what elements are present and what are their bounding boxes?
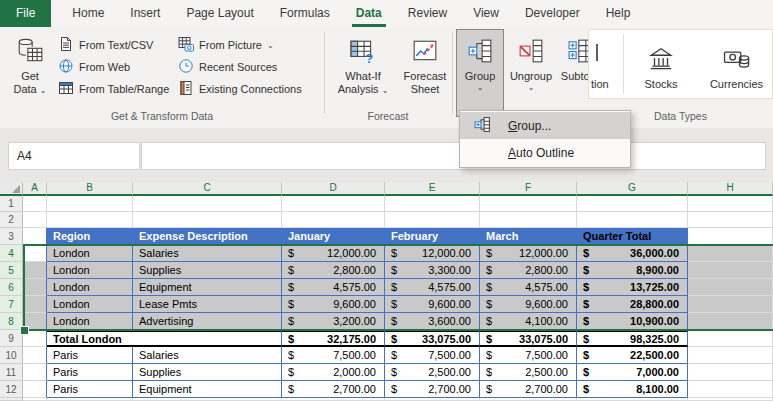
cell-D9[interactable]: $32,175.00 xyxy=(282,330,385,347)
data-type-stocks[interactable]: Stocks xyxy=(625,30,697,98)
cell-E10[interactable]: $7,500.00 xyxy=(385,347,480,364)
tab-file[interactable]: File xyxy=(0,0,51,27)
cell-H7[interactable] xyxy=(688,296,773,313)
cell-A3[interactable] xyxy=(23,228,47,245)
row-header-1[interactable]: 1 xyxy=(0,196,23,212)
cell-C4[interactable]: Salaries xyxy=(133,245,282,262)
cell-A1[interactable] xyxy=(23,196,47,212)
cell-F8[interactable]: $4,100.00 xyxy=(480,313,577,330)
cell-G6[interactable]: $13,725.00 xyxy=(577,279,688,296)
data-type-currencies[interactable]: Currencies xyxy=(699,30,773,98)
cell-A10[interactable] xyxy=(23,347,47,364)
cell-C1[interactable] xyxy=(133,196,282,212)
cell-H12[interactable] xyxy=(688,381,773,398)
cell-D5[interactable]: $2,800.00 xyxy=(282,262,385,279)
cell-C3[interactable]: Expense Description xyxy=(133,228,282,245)
cell-A11[interactable] xyxy=(23,364,47,381)
cell-C11[interactable]: Supplies xyxy=(133,364,282,381)
from-table-range-button[interactable]: From Table/Range xyxy=(58,79,169,99)
menu-item-group[interactable]: Group... xyxy=(460,112,630,139)
cell-A5[interactable] xyxy=(23,262,47,279)
cell-H9[interactable] xyxy=(688,330,773,347)
tab-page-layout[interactable]: Page Layout xyxy=(173,0,266,27)
cell-F9[interactable]: $33,075.00 xyxy=(480,330,577,347)
cell-C7[interactable]: Lease Pmts xyxy=(133,296,282,313)
tab-review[interactable]: Review xyxy=(395,0,460,27)
row-header-10[interactable]: 10 xyxy=(0,347,23,364)
cell-E7[interactable]: $9,600.00 xyxy=(385,296,480,313)
cell-G3[interactable]: Quarter Total xyxy=(577,228,688,245)
row-header-2[interactable]: 2 xyxy=(0,212,23,228)
cell-B2[interactable] xyxy=(47,212,133,228)
cell-E6[interactable]: $4,575.00 xyxy=(385,279,480,296)
cell-F7[interactable]: $9,600.00 xyxy=(480,296,577,313)
column-header-d[interactable]: D xyxy=(282,182,385,196)
forecast-sheet-button[interactable]: ForecastSheet xyxy=(397,29,453,117)
cell-B4[interactable]: London xyxy=(47,245,133,262)
cell-F3[interactable]: March xyxy=(480,228,577,245)
column-header-a[interactable]: A xyxy=(23,182,47,196)
cell-E9[interactable]: $33,075.00 xyxy=(385,330,480,347)
cell-H10[interactable] xyxy=(688,347,773,364)
cell-H8[interactable] xyxy=(688,313,773,330)
cell-F1[interactable] xyxy=(480,196,577,212)
cell-E2[interactable] xyxy=(385,212,480,228)
cell-B11[interactable]: Paris xyxy=(47,364,133,381)
cell-F4[interactable]: $12,000.00 xyxy=(480,245,577,262)
cell-A12[interactable] xyxy=(23,381,47,398)
name-box[interactable]: A4 xyxy=(8,142,140,170)
from-text-csv-button[interactable]: From Text/CSV xyxy=(58,35,153,55)
cell-G4[interactable]: $36,000.00 xyxy=(577,245,688,262)
cell-E5[interactable]: $3,300.00 xyxy=(385,262,480,279)
row-header-5[interactable]: 5 xyxy=(0,262,23,279)
cell-F6[interactable]: $4,575.00 xyxy=(480,279,577,296)
data-types-gallery[interactable]: tion StocksCurrencies xyxy=(588,29,773,99)
cell-D2[interactable] xyxy=(282,212,385,228)
cell-G2[interactable] xyxy=(577,212,688,228)
row-header-11[interactable]: 11 xyxy=(0,364,23,381)
formula-bar-input[interactable] xyxy=(141,142,766,170)
tab-help[interactable]: Help xyxy=(593,0,644,27)
cell-D6[interactable]: $4,575.00 xyxy=(282,279,385,296)
ungroup-button[interactable]: Ungroup⌄ xyxy=(505,29,557,117)
cell-D4[interactable]: $12,000.00 xyxy=(282,245,385,262)
cell-F5[interactable]: $2,800.00 xyxy=(480,262,577,279)
column-header-h[interactable]: H xyxy=(688,182,773,196)
cell-F12[interactable]: $2,700.00 xyxy=(480,381,577,398)
cell-D1[interactable] xyxy=(282,196,385,212)
cell-G7[interactable]: $28,800.00 xyxy=(577,296,688,313)
cell-E8[interactable]: $3,600.00 xyxy=(385,313,480,330)
cell-D10[interactable]: $7,500.00 xyxy=(282,347,385,364)
cell-C2[interactable] xyxy=(133,212,282,228)
cell-G5[interactable]: $8,900.00 xyxy=(577,262,688,279)
cell-B6[interactable]: London xyxy=(47,279,133,296)
cell-H4[interactable] xyxy=(688,245,773,262)
tab-data[interactable]: Data xyxy=(343,0,395,27)
column-header-g[interactable]: G xyxy=(577,182,688,196)
cell-E12[interactable]: $2,700.00 xyxy=(385,381,480,398)
row-header-7[interactable]: 7 xyxy=(0,296,23,313)
cell-B10[interactable]: Paris xyxy=(47,347,133,364)
cell-G8[interactable]: $10,900.00 xyxy=(577,313,688,330)
menu-item-auto-outline[interactable]: Auto Outline xyxy=(460,139,630,166)
cell-A2[interactable] xyxy=(23,212,47,228)
cell-A4[interactable] xyxy=(23,245,47,262)
cell-E4[interactable]: $12,000.00 xyxy=(385,245,480,262)
row-header-6[interactable]: 6 xyxy=(0,279,23,296)
recent-sources-button[interactable]: Recent Sources xyxy=(178,57,277,77)
existing-connections-button[interactable]: Existing Connections xyxy=(178,79,302,99)
cell-F11[interactable]: $2,500.00 xyxy=(480,364,577,381)
tab-insert[interactable]: Insert xyxy=(117,0,173,27)
cell-C10[interactable]: Salaries xyxy=(133,347,282,364)
cell-C8[interactable]: Advertising xyxy=(133,313,282,330)
column-header-b[interactable]: B xyxy=(47,182,133,196)
cell-H3[interactable] xyxy=(688,228,773,245)
cell-H11[interactable] xyxy=(688,364,773,381)
cell-D8[interactable]: $3,200.00 xyxy=(282,313,385,330)
cell-A7[interactable] xyxy=(23,296,47,313)
cell-B3[interactable]: Region xyxy=(47,228,133,245)
cell-E3[interactable]: February xyxy=(385,228,480,245)
cell-H2[interactable] xyxy=(688,212,773,228)
tab-formulas[interactable]: Formulas xyxy=(267,0,343,27)
cell-A6[interactable] xyxy=(23,279,47,296)
